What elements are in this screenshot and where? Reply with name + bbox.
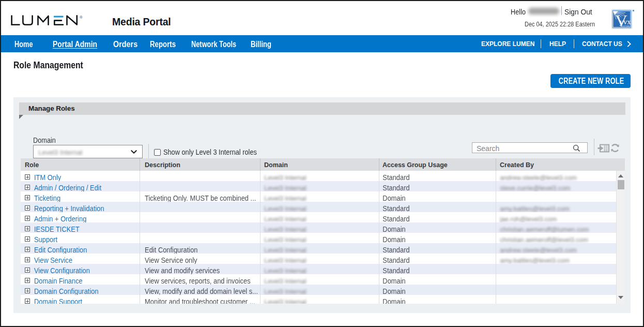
svg-text:SOLUTIONS: SOLUTIONS	[621, 25, 630, 27]
svg-text:yvx: yvx	[620, 18, 632, 26]
svg-text:®: ®	[80, 15, 83, 20]
